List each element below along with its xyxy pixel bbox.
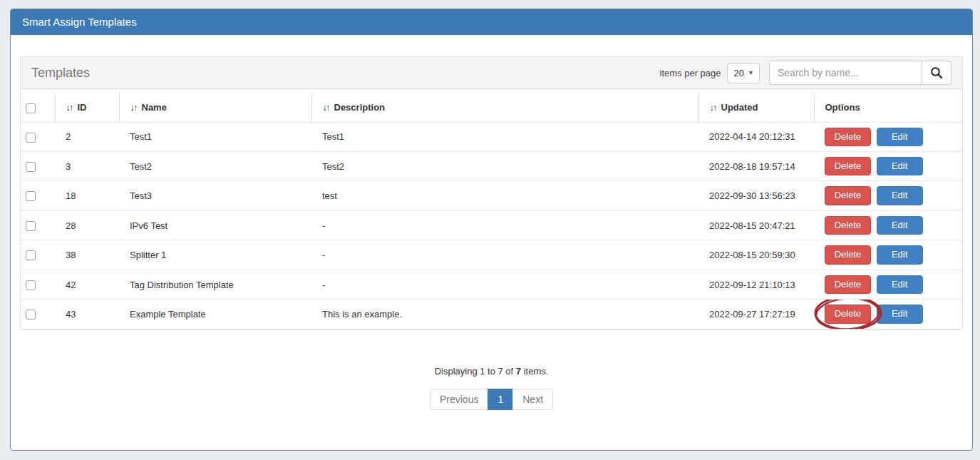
header-select-all (21, 93, 55, 122)
row-checkbox[interactable] (26, 162, 36, 172)
cell-id: 38 (55, 240, 119, 270)
sort-icon: ↓↑ (130, 102, 137, 113)
cell-name: Test1 (119, 122, 311, 151)
items-per-page-select[interactable]: 20 ▾ (727, 63, 760, 83)
table-row: 43 Example Template This is an example. … (21, 300, 962, 329)
page-title: Smart Assign Templates (22, 16, 137, 28)
delete-button[interactable]: Delete (825, 157, 871, 175)
cell-name: Splitter 1 (119, 240, 311, 270)
templates-panel-header: Templates items per page 20 ▾ (21, 57, 962, 89)
delete-button[interactable]: Delete (825, 186, 871, 205)
table-row: 28 IPv6 Test - 2022-08-15 20:47:21 Delet… (21, 210, 962, 240)
table-row: 18 Test3 test 2022-09-30 13:56:23 Delete… (21, 181, 962, 210)
edit-button[interactable]: Edit (877, 245, 923, 264)
panel-title: Templates (31, 66, 90, 81)
edit-button[interactable]: Edit (877, 305, 923, 323)
search-icon (930, 66, 943, 79)
search-button[interactable] (922, 61, 951, 85)
cell-name: Example Template (119, 300, 311, 329)
summary-total: 7 (516, 366, 521, 377)
delete-button[interactable]: Delete (825, 245, 871, 264)
edit-button[interactable]: Edit (877, 216, 923, 235)
cell-description: - (311, 210, 698, 240)
row-checkbox[interactable] (26, 250, 36, 260)
sort-icon: ↓↑ (710, 102, 716, 113)
table-footer: Displaying 1 to 7 of 7 items. Previous 1… (20, 366, 963, 421)
edit-button[interactable]: Edit (877, 128, 923, 146)
select-all-checkbox[interactable] (26, 103, 36, 113)
column-header-name[interactable]: ↓↑Name (119, 93, 311, 122)
delete-button[interactable]: Delete (825, 216, 871, 235)
cell-id: 42 (55, 270, 119, 299)
table-row: 42 Tag Distribution Template - 2022-09-1… (21, 270, 962, 299)
row-checkbox[interactable] (26, 133, 36, 143)
sort-icon: ↓↑ (66, 102, 73, 113)
column-label-options: Options (825, 102, 860, 113)
cell-updated: 2022-08-18 19:57:14 (698, 152, 814, 181)
pagination: Previous 1 Next (430, 389, 553, 410)
column-label-updated: Updated (721, 102, 758, 113)
cell-description: Test1 (311, 122, 698, 151)
edit-button[interactable]: Edit (877, 186, 923, 205)
cell-description: Test2 (311, 152, 698, 181)
edit-button[interactable]: Edit (877, 157, 923, 175)
table-header-row: ↓↑ID ↓↑Name ↓↑Description ↓↑Updated (21, 93, 962, 122)
cell-description: test (311, 181, 698, 210)
cell-updated: 2022-09-27 17:27:19 (698, 300, 814, 329)
templates-table-container: ↓↑ID ↓↑Name ↓↑Description ↓↑Updated (21, 89, 962, 329)
row-checkbox[interactable] (26, 310, 36, 320)
templates-panel: Templates items per page 20 ▾ (20, 56, 963, 330)
cell-id: 3 (55, 152, 119, 181)
cell-name: IPv6 Test (119, 210, 311, 240)
table-row: 2 Test1 Test1 2022-04-14 20:12:31 Delete… (21, 122, 962, 151)
column-label-name: Name (142, 102, 167, 113)
column-label-id: ID (78, 102, 87, 113)
caret-down-icon: ▾ (749, 69, 753, 76)
column-header-description[interactable]: ↓↑Description (311, 93, 698, 122)
column-label-description: Description (334, 102, 386, 113)
cell-name: Test3 (119, 181, 311, 210)
items-per-page-label: items per page (660, 68, 721, 78)
sort-icon: ↓↑ (323, 102, 329, 113)
cell-updated: 2022-08-15 20:47:21 (698, 210, 814, 240)
cell-id: 18 (55, 181, 119, 210)
cell-description: This is an example. (311, 300, 698, 329)
cell-id: 2 (55, 122, 119, 151)
table-row: 3 Test2 Test2 2022-08-18 19:57:14 Delete… (21, 152, 962, 181)
results-summary: Displaying 1 to 7 of 7 items. (20, 366, 963, 377)
column-header-id[interactable]: ↓↑ID (55, 93, 119, 122)
items-per-page-value: 20 (734, 68, 744, 78)
row-checkbox[interactable] (26, 280, 36, 290)
cell-description: - (311, 240, 698, 270)
cell-description: - (311, 270, 698, 299)
search-group (769, 61, 951, 85)
delete-button[interactable]: Delete (825, 275, 871, 294)
card-body: Templates items per page 20 ▾ (11, 35, 972, 421)
delete-button[interactable]: Delete (825, 128, 871, 146)
summary-prefix: Displaying 1 to 7 of (435, 366, 516, 377)
smart-assign-templates-card: Smart Assign Templates Templates items p… (10, 9, 973, 451)
cell-id: 43 (55, 300, 119, 329)
cell-name: Test2 (119, 152, 311, 181)
column-header-options: Options (814, 93, 962, 122)
search-input[interactable] (769, 61, 922, 85)
table-row: 38 Splitter 1 - 2022-08-15 20:59:30 Dele… (21, 240, 962, 270)
card-header: Smart Assign Templates (11, 9, 972, 35)
cell-updated: 2022-09-12 21:10:13 (698, 270, 814, 299)
cell-updated: 2022-09-30 13:56:23 (698, 181, 814, 210)
cell-updated: 2022-08-15 20:59:30 (698, 240, 814, 270)
table-toolbar: items per page 20 ▾ (660, 61, 952, 85)
row-checkbox[interactable] (26, 221, 36, 231)
summary-suffix: items. (521, 366, 548, 377)
edit-button[interactable]: Edit (877, 275, 923, 294)
row-checkbox[interactable] (26, 191, 36, 201)
pagination-page-1[interactable]: 1 (488, 389, 513, 410)
delete-button[interactable]: Delete (825, 305, 871, 323)
column-header-updated[interactable]: ↓↑Updated (698, 93, 814, 122)
pagination-next[interactable]: Next (512, 389, 553, 410)
cell-updated: 2022-04-14 20:12:31 (698, 122, 814, 151)
cell-id: 28 (55, 210, 119, 240)
templates-table: ↓↑ID ↓↑Name ↓↑Description ↓↑Updated (21, 93, 962, 329)
pagination-previous[interactable]: Previous (430, 389, 488, 410)
cell-name: Tag Distribution Template (119, 270, 311, 299)
